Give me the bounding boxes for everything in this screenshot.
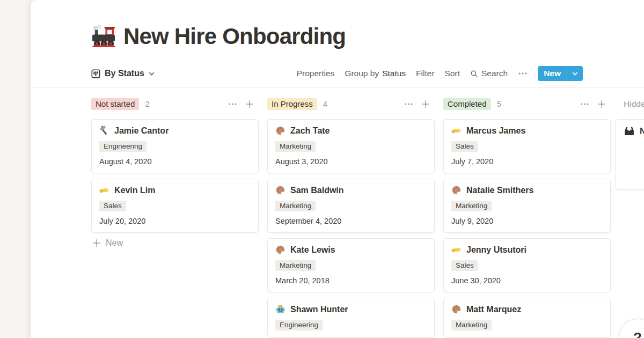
board-card[interactable]: Jenny Utsutori Sales June 30, 2020 xyxy=(443,238,611,292)
group-by-label: Group by xyxy=(345,69,379,78)
card-name: Zach Tate xyxy=(290,126,330,136)
column-add-button[interactable] xyxy=(245,100,254,108)
sort-button[interactable]: Sort xyxy=(445,69,460,78)
card-name: Jamie Cantor xyxy=(114,126,169,136)
card-date: March 20, 2018 xyxy=(275,276,427,285)
board-card[interactable]: Marcus James Sales July 7, 2020 xyxy=(443,119,611,173)
toolbar-actions: Properties Group byStatus Filter Sort Se… xyxy=(297,66,583,81)
hidden-column-card[interactable]: N xyxy=(616,119,644,190)
card-name: Kate Lewis xyxy=(290,245,335,255)
filter-button[interactable]: Filter xyxy=(416,69,434,78)
card-name: N xyxy=(640,127,644,136)
hidden-columns-toggle[interactable]: Hidden columns xyxy=(624,99,644,109)
search-button[interactable]: Search xyxy=(470,69,508,78)
column-header: Completed 5 xyxy=(443,98,611,110)
plus-icon xyxy=(92,239,101,247)
column-cards: Marcus James Sales July 7, 2020 Natalie … xyxy=(443,119,611,338)
help-label: ? xyxy=(633,329,642,338)
card-name: Sam Baldwin xyxy=(290,186,344,195)
palette-emoji-icon xyxy=(275,245,286,255)
card-date: July 7, 2020 xyxy=(451,157,603,166)
page-title[interactable]: New Hire Onboarding xyxy=(123,24,346,49)
notion-page: New Hire Onboarding By Status Properties… xyxy=(31,0,644,338)
board-card[interactable]: Kevin Lim Sales July 20, 2020 xyxy=(91,179,259,233)
view-label: By Status xyxy=(105,69,144,78)
column-count: 4 xyxy=(323,99,327,108)
board-card[interactable]: Matt Marquez Marketing xyxy=(443,298,611,338)
app-viewport: New Hire Onboarding By Status Properties… xyxy=(0,0,644,338)
inbox-emoji-icon xyxy=(624,126,635,137)
toolbar-divider xyxy=(31,87,644,88)
palette-emoji-icon xyxy=(451,304,462,314)
new-chevron-down-icon[interactable] xyxy=(567,71,583,77)
properties-button[interactable]: Properties xyxy=(297,69,335,78)
add-card-button[interactable]: New xyxy=(91,238,259,248)
card-date: August 4, 2020 xyxy=(99,157,251,166)
card-name: Matt Marquez xyxy=(466,305,521,314)
board-card[interactable]: Jamie Cantor Engineering August 4, 2020 xyxy=(91,119,259,173)
column-more-button[interactable] xyxy=(580,102,589,106)
view-toolbar: By Status Properties Group byStatus Filt… xyxy=(91,65,583,82)
board-card[interactable]: Sam Baldwin Marketing September 4, 2020 xyxy=(267,179,435,233)
board-card[interactable]: Shawn Hunter Engineering xyxy=(267,298,435,338)
help-button[interactable]: ? xyxy=(619,319,644,338)
card-department-tag: Marketing xyxy=(275,260,316,271)
handshake-emoji-icon xyxy=(451,245,462,255)
card-name: Natalie Smithers xyxy=(466,186,533,195)
board-card[interactable]: Kate Lewis Marketing March 20, 2018 xyxy=(267,238,435,292)
ellipsis-icon xyxy=(518,72,528,75)
card-department-tag: Engineering xyxy=(99,141,147,152)
card-date: July 20, 2020 xyxy=(99,217,251,225)
new-button[interactable]: New xyxy=(538,66,583,81)
card-department-tag: Marketing xyxy=(451,320,492,330)
card-department-tag: Sales xyxy=(99,201,126,211)
search-icon xyxy=(470,70,478,78)
column-add-button[interactable] xyxy=(597,100,606,108)
column-status-tag[interactable]: In Progress xyxy=(267,98,317,110)
locomotive-emoji-icon[interactable] xyxy=(91,24,116,49)
column-more-button[interactable] xyxy=(228,102,237,106)
card-name: Jenny Utsutori xyxy=(466,245,526,255)
column-cards: Jamie Cantor Engineering August 4, 2020 … xyxy=(91,119,259,248)
board-card[interactable]: Zach Tate Marketing August 3, 2020 xyxy=(267,119,435,173)
group-by-button[interactable]: Group byStatus xyxy=(345,69,406,78)
handshake-emoji-icon xyxy=(451,126,462,136)
add-card-label: New xyxy=(106,238,123,248)
more-options-button[interactable] xyxy=(518,72,528,75)
search-label: Search xyxy=(481,69,508,78)
view-switcher[interactable]: By Status xyxy=(91,69,155,78)
column-add-button[interactable] xyxy=(421,100,430,108)
card-name: Shawn Hunter xyxy=(290,305,348,314)
palette-emoji-icon xyxy=(275,185,286,195)
palette-emoji-icon xyxy=(451,185,462,195)
column-status-tag[interactable]: Completed xyxy=(443,98,491,110)
page-header: New Hire Onboarding xyxy=(91,24,346,49)
column-header: Not started 2 xyxy=(91,98,259,110)
column-completed: Completed 5 Marcus James Sales July 7, 2… xyxy=(443,98,611,338)
card-department-tag: Sales xyxy=(451,141,478,152)
card-department-tag: Sales xyxy=(451,260,478,271)
board-card[interactable]: Natalie Smithers Marketing July 9, 2020 xyxy=(443,179,611,233)
card-name: Marcus James xyxy=(466,126,525,136)
card-department-tag: Marketing xyxy=(275,141,316,152)
chevron-down-icon xyxy=(149,71,155,77)
robot-emoji-icon xyxy=(275,304,286,314)
column-count: 2 xyxy=(145,99,149,108)
column-count: 5 xyxy=(497,99,501,108)
card-date: September 4, 2020 xyxy=(275,217,427,225)
column-status-tag[interactable]: Not started xyxy=(91,98,139,110)
column-in-progress: In Progress 4 Zach Tate Marketing August… xyxy=(267,98,435,338)
card-department-tag: Marketing xyxy=(451,201,492,211)
column-cards: Zach Tate Marketing August 3, 2020 Sam B… xyxy=(267,119,435,338)
card-date: July 9, 2020 xyxy=(451,217,603,225)
card-name: Kevin Lim xyxy=(114,186,155,195)
column-more-button[interactable] xyxy=(404,102,413,106)
column-header: In Progress 4 xyxy=(267,98,435,110)
card-department-tag: Engineering xyxy=(275,320,323,330)
handshake-emoji-icon xyxy=(99,185,109,195)
group-by-value: Status xyxy=(382,69,406,78)
card-department-tag: Marketing xyxy=(275,201,316,211)
new-button-label: New xyxy=(538,69,567,78)
column-not-started: Not started 2 Jamie Cantor Engineering A… xyxy=(91,98,259,338)
kanban-board: Not started 2 Jamie Cantor Engineering A… xyxy=(91,98,611,338)
